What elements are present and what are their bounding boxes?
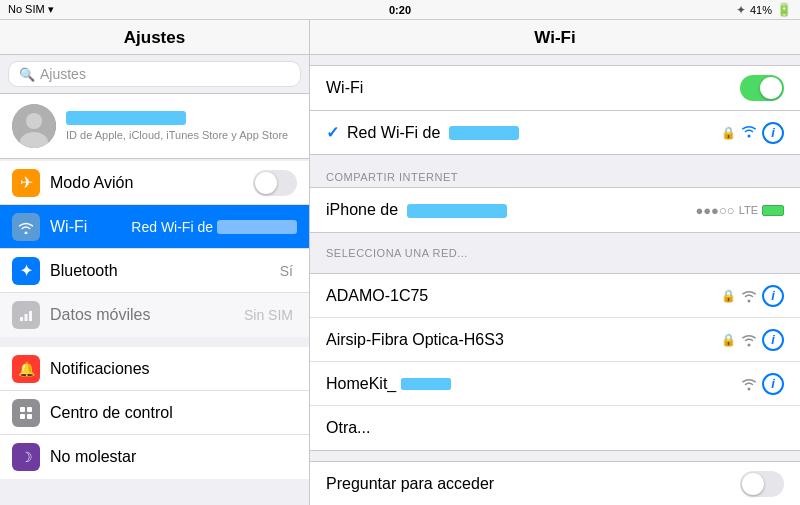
wifi-toggle-label: Wi-Fi xyxy=(326,79,740,97)
notifications-icon: 🔔 xyxy=(12,355,40,383)
network-row-airsip[interactable]: Airsip-Fibra Optica-H6S3 🔒 i xyxy=(310,318,800,362)
carrier-label: No SIM ▾ xyxy=(8,3,54,16)
connected-network-blur xyxy=(449,126,519,140)
panel-content: Wi-Fi ✓ Red Wi-Fi de 🔒 xyxy=(310,55,800,505)
network-name-homekit: HomeKit_ xyxy=(326,375,741,393)
svg-rect-7 xyxy=(27,407,32,412)
status-bar: No SIM ▾ 0:20 ✦ 41% 🔋 xyxy=(0,0,800,20)
status-center: 0:20 xyxy=(389,4,411,16)
sidebar-search: 🔍 Ajustes xyxy=(0,55,309,93)
airplane-toggle[interactable] xyxy=(253,170,297,196)
cellular-icon xyxy=(12,301,40,329)
lock-icon: 🔒 xyxy=(721,126,736,140)
airsip-info-button[interactable]: i xyxy=(762,329,784,351)
hotspot-section-header: COMPARTIR INTERNET xyxy=(310,165,800,187)
sidebar-title: Ajustes xyxy=(124,28,185,47)
settings-row-bluetooth[interactable]: ✦ Bluetooth Sí xyxy=(0,249,309,293)
hotspot-name-blur xyxy=(407,204,507,218)
svg-rect-5 xyxy=(29,311,32,321)
settings-group-2: 🔔 Notificaciones Centro de control ☽ xyxy=(0,347,309,479)
ask-row: Preguntar para acceder xyxy=(310,462,800,505)
svg-rect-8 xyxy=(20,414,25,419)
wifi-main-toggle[interactable] xyxy=(740,75,784,101)
ask-toggle-thumb xyxy=(742,473,764,495)
profile-info: ID de Apple, iCloud, iTunes Store y App … xyxy=(66,111,288,141)
status-left: No SIM ▾ xyxy=(8,3,54,16)
profile-item[interactable]: ID de Apple, iCloud, iTunes Store y App … xyxy=(0,93,309,159)
lock-icon-airsip: 🔒 xyxy=(721,333,736,347)
hotspot-signal: ●●●○○ xyxy=(695,203,734,218)
connected-network-name: Red Wi-Fi de xyxy=(347,124,721,142)
networks-section-header: SELECCIONA UNA RED... xyxy=(310,241,800,263)
wifi-toggle-thumb xyxy=(760,77,782,99)
network-row-adamo[interactable]: ADAMO-1C75 🔒 i xyxy=(310,274,800,318)
control-label: Centro de control xyxy=(50,404,297,422)
adamo-icons: 🔒 i xyxy=(721,285,784,307)
wifi-toggle-row: Wi-Fi xyxy=(310,66,800,110)
settings-row-control[interactable]: Centro de control xyxy=(0,391,309,435)
network-name-adamo: ADAMO-1C75 xyxy=(326,287,721,305)
search-icon: 🔍 xyxy=(19,67,35,82)
settings-row-notifications[interactable]: 🔔 Notificaciones xyxy=(0,347,309,391)
sidebar: Ajustes 🔍 Ajustes ID de Apple, iCloud, i… xyxy=(0,20,310,505)
sidebar-title-bar: Ajustes xyxy=(0,20,309,55)
homekit-icons: i xyxy=(741,373,784,395)
cellular-value: Sin SIM xyxy=(244,307,293,323)
hotspot-battery xyxy=(762,205,784,216)
cellular-label: Datos móviles xyxy=(50,306,244,324)
svg-rect-9 xyxy=(27,414,32,419)
time-label: 0:20 xyxy=(389,4,411,16)
battery-label: 41% xyxy=(750,4,772,16)
connected-network-row[interactable]: ✓ Red Wi-Fi de 🔒 xyxy=(310,110,800,154)
profile-name-blur xyxy=(66,111,186,125)
search-box[interactable]: 🔍 Ajustes xyxy=(8,61,301,87)
bt-status-icon: ✦ xyxy=(736,3,746,17)
battery-icon: 🔋 xyxy=(776,2,792,17)
settings-row-wifi[interactable]: Wi-Fi Red Wi-Fi de xyxy=(0,205,309,249)
connected-network-icons: 🔒 i xyxy=(721,122,784,144)
wifi-label: Wi-Fi xyxy=(50,218,131,236)
network-row-other[interactable]: Otra... xyxy=(310,406,800,450)
wifi-icon xyxy=(12,213,40,241)
wifi-value-blur xyxy=(217,220,297,234)
airsip-icons: 🔒 i xyxy=(721,329,784,351)
wifi-panel: Wi-Fi Wi-Fi ✓ Red Wi-Fi de xyxy=(310,20,800,505)
notifications-label: Notificaciones xyxy=(50,360,297,378)
ask-label: Preguntar para acceder xyxy=(326,475,740,493)
airplane-toggle-thumb xyxy=(255,172,277,194)
settings-row-airplane[interactable]: ✈ Modo Avión xyxy=(0,161,309,205)
wifi-toggle-section: Wi-Fi ✓ Red Wi-Fi de 🔒 xyxy=(310,65,800,155)
hotspot-name: iPhone de xyxy=(326,201,695,219)
ask-toggle[interactable] xyxy=(740,471,784,497)
networks-list: ADAMO-1C75 🔒 i Airsip-Fibra Optica-H6S3 xyxy=(310,273,800,451)
airplane-icon: ✈ xyxy=(12,169,40,197)
network-name-other: Otra... xyxy=(326,419,784,437)
bluetooth-icon: ✦ xyxy=(12,257,40,285)
avatar xyxy=(12,104,56,148)
bluetooth-label: Bluetooth xyxy=(50,262,280,280)
svg-point-1 xyxy=(26,113,42,129)
lte-badge: LTE xyxy=(739,204,758,216)
settings-row-dnd[interactable]: ☽ No molestar xyxy=(0,435,309,479)
homekit-info-button[interactable]: i xyxy=(762,373,784,395)
settings-group-1: ✈ Modo Avión Wi-Fi Red Wi-Fi de xyxy=(0,161,309,337)
lock-icon-adamo: 🔒 xyxy=(721,289,736,303)
network-row-homekit[interactable]: HomeKit_ i xyxy=(310,362,800,406)
hotspot-row[interactable]: iPhone de ●●●○○ LTE xyxy=(310,188,800,232)
main-layout: Ajustes 🔍 Ajustes ID de Apple, iCloud, i… xyxy=(0,20,800,505)
status-right: ✦ 41% 🔋 xyxy=(736,2,792,17)
adamo-info-button[interactable]: i xyxy=(762,285,784,307)
wifi-value: Red Wi-Fi de xyxy=(131,219,213,235)
search-label: Ajustes xyxy=(40,66,86,82)
dnd-icon: ☽ xyxy=(12,443,40,471)
panel-title: Wi-Fi xyxy=(534,28,575,47)
ask-section: Preguntar para acceder xyxy=(310,461,800,505)
checkmark-icon: ✓ xyxy=(326,123,339,142)
svg-rect-4 xyxy=(25,314,28,321)
connected-info-button[interactable]: i xyxy=(762,122,784,144)
signal-icon xyxy=(741,124,757,141)
settings-row-cellular[interactable]: Datos móviles Sin SIM xyxy=(0,293,309,337)
profile-subtitle: ID de Apple, iCloud, iTunes Store y App … xyxy=(66,129,288,141)
control-icon xyxy=(12,399,40,427)
hotspot-section: iPhone de ●●●○○ LTE xyxy=(310,187,800,233)
